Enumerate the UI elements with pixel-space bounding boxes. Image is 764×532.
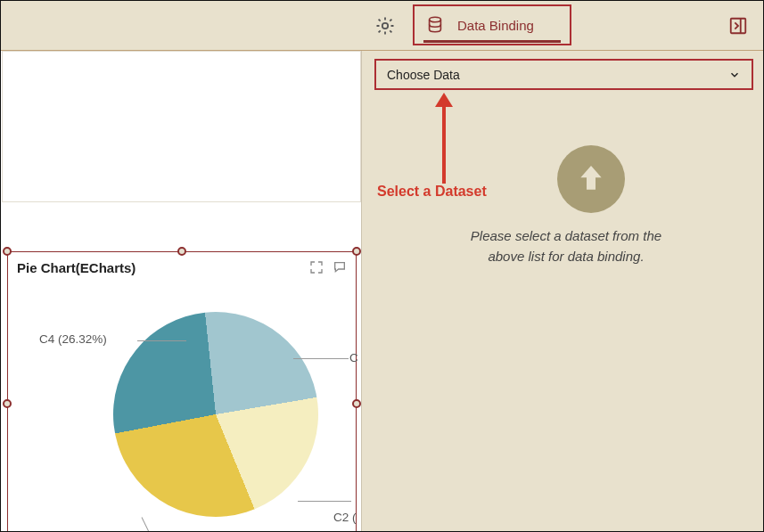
canvas-area[interactable]: Pie Chart(ECharts) <box>1 51 362 532</box>
choose-data-placeholder: Choose Data <box>387 68 460 82</box>
pie-leader-c2 <box>298 501 351 502</box>
pie-chart-body: C4 (26.32%) C C2 ( C3 (28.2%) <box>8 282 356 532</box>
resize-handle-n[interactable] <box>177 247 186 256</box>
top-toolbar: Data Binding <box>1 1 763 51</box>
database-icon <box>425 15 445 35</box>
pie-label-c2: C2 ( <box>333 511 357 524</box>
maximize-icon[interactable] <box>309 260 324 274</box>
chevron-down-icon <box>728 69 741 81</box>
hint-line2: above list for data binding. <box>488 249 644 264</box>
data-binding-tab[interactable]: Data Binding <box>413 4 571 45</box>
collapse-right-icon <box>728 16 748 36</box>
hint-line1: Please select a dataset from the <box>471 228 661 243</box>
svg-point-1 <box>430 17 441 22</box>
upload-badge <box>557 145 625 213</box>
data-binding-panel: Choose Data Select a Dataset Please sele… <box>363 52 764 532</box>
annotation-text: Select a Dataset <box>377 184 487 200</box>
chart-widget-actions <box>309 260 347 274</box>
gear-icon <box>374 15 396 37</box>
pie-chart-widget[interactable]: Pie Chart(ECharts) <box>7 251 357 532</box>
choose-data-select[interactable]: Choose Data <box>374 59 753 90</box>
chart-widget-title: Pie Chart(ECharts) <box>17 260 136 275</box>
pie-label-c4: C4 (26.32%) <box>39 332 107 346</box>
upload-arrow-icon <box>573 161 609 197</box>
chart-widget-header: Pie Chart(ECharts) <box>8 252 356 282</box>
pie-chart <box>103 302 329 528</box>
comment-icon[interactable] <box>333 260 347 274</box>
pie-leader-c1 <box>293 358 349 359</box>
resize-handle-nw[interactable] <box>3 247 12 256</box>
settings-button[interactable] <box>371 12 399 40</box>
pie-leader-c4 <box>137 340 186 341</box>
svg-point-0 <box>382 23 388 29</box>
pie-label-c1: C <box>349 351 358 364</box>
app-frame: Data Binding Pie Chart(ECharts) <box>0 0 764 532</box>
data-binding-hint: Please select a dataset from the above l… <box>415 226 718 266</box>
canvas-placeholder-widget[interactable] <box>2 51 361 202</box>
resize-handle-ne[interactable] <box>352 247 361 256</box>
tab-underline <box>423 40 561 43</box>
annotation-arrow <box>441 93 447 184</box>
pie-leader-c3 <box>142 517 158 532</box>
collapse-panel-button[interactable] <box>724 12 752 40</box>
data-binding-tab-label: Data Binding <box>457 18 534 33</box>
